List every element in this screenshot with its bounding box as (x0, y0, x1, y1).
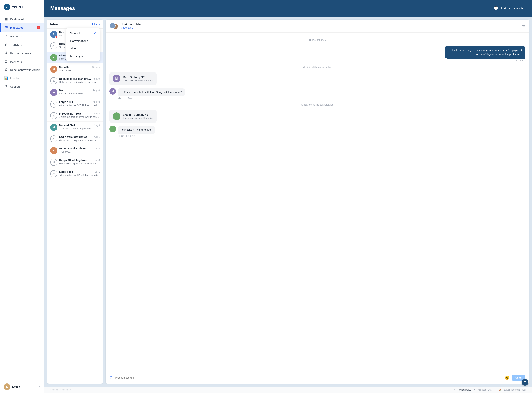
list-item[interactable]: ✉ Introducing - Zelle! Aug 8 Zelle® is a… (47, 110, 103, 122)
logo-text: YourFI (12, 5, 23, 9)
agent-avatar: M (113, 75, 120, 83)
list-item[interactable]: A Anthony and 2 others Jul 24 Thank you! (47, 145, 103, 157)
message-avatar: M (50, 124, 57, 131)
alert-icon: ⚠ (50, 135, 57, 142)
message-time: Sunday (92, 66, 100, 69)
message-sender-name: Mei (59, 89, 63, 92)
list-item[interactable]: ✉ Updates to our loan programs Aug 10 He… (47, 75, 103, 87)
message-time: Aug 10 (93, 89, 100, 92)
message-preview: A transaction for $25.99 has posted to t… (59, 104, 100, 107)
message-sender-name: Anthony and 2 others (59, 147, 86, 150)
message-preview: Glad to help (59, 69, 100, 72)
sidebar-item-zelle[interactable]: $ Send money with Zelle® (0, 66, 44, 74)
help-button[interactable]: ? (522, 379, 528, 386)
chat-avatars (109, 23, 118, 29)
message-time: Aug 6 (94, 136, 100, 138)
incoming-time: Shakti · 11:35 AM (118, 135, 155, 137)
incoming-bubble: Hi Emma. I can help with that. Can you t… (118, 88, 185, 96)
sidebar-item-messages[interactable]: ✉ Messages 3 (0, 23, 44, 32)
dropdown-label-conversations: Conversations (70, 39, 88, 42)
main-content: Messages 💬 Start a conversation Inbox Fi… (44, 0, 532, 393)
dropdown-item-view-all[interactable]: View all ✓ (66, 29, 100, 37)
nav-label-insights: Insights (10, 77, 20, 80)
nav-icon-support: ? (4, 85, 8, 88)
system-message: Mei joined the conversation (109, 66, 525, 69)
emoji-button[interactable]: 🙂 (505, 375, 509, 380)
chat-panel: Shakti and Mei View details 🗑 Tues, Janu… (106, 20, 529, 383)
message-sender-name: Happy 4th of July from… (59, 159, 90, 162)
nav-label-payments: Payments (10, 60, 23, 63)
start-conversation-button[interactable]: 💬 Start a conversation (494, 6, 526, 10)
message-preview: Hello, we are writing to let you know th… (59, 81, 100, 84)
logo-icon: 🏛 (4, 4, 10, 10)
footer-sep-3: • (495, 388, 495, 391)
sidebar-item-insights[interactable]: 📊 Insights ▾ (0, 74, 44, 83)
privacy-policy-link[interactable]: Privacy policy (457, 388, 471, 391)
agent-name: Shakti - Buffalo, NY (123, 113, 153, 116)
message-avatar: A (50, 147, 57, 154)
sidebar-item-payments[interactable]: ⊡ Payments (0, 57, 44, 66)
agent-role: Customer Service Champion (123, 117, 153, 119)
dropdown-item-alerts[interactable]: Alerts (66, 45, 100, 52)
sidebar-item-accounts[interactable]: ↗ Accounts (0, 32, 44, 40)
equal-housing-label: Equal Housing Lender (504, 388, 526, 391)
list-item[interactable]: M Mei Aug 10 You are very welcome. (47, 87, 103, 98)
message-input[interactable] (115, 376, 503, 379)
list-item[interactable]: ⚠ Login from new device Aug 6 We noticed… (47, 133, 103, 145)
message-sender-name: Large debit (59, 101, 73, 103)
message-content: Mei and Shakti Aug 6 Thank you for banki… (59, 124, 100, 130)
dropdown-item-messages[interactable]: Messages (66, 52, 100, 60)
message-time: Aug 8 (94, 112, 100, 115)
chat-header-info: Shakti and Mei View details (120, 23, 520, 29)
message-sender-name: Introducing - Zelle! (59, 112, 82, 115)
sidebar-footer[interactable]: E Emma ▲ (0, 380, 44, 393)
page-footer: ●●●●●●● ●●●●●●●● • Privacy policy • Memb… (44, 387, 532, 393)
alert-icon: ⚠ (50, 170, 57, 177)
sidebar-item-support[interactable]: ? Support (0, 83, 44, 91)
incoming-avatar: S (109, 126, 116, 132)
add-attachment-button[interactable]: ⊕ (109, 375, 113, 380)
sidebar-item-remote-deposits[interactable]: ⬇ Remote deposits (0, 49, 44, 57)
inbox-header: Inbox Filter ▾ View all ✓ Conversations … (47, 20, 103, 29)
incoming-time: Mei · 11:35 AM (118, 97, 185, 100)
chat-header: Shakti and Mei View details 🗑 (106, 20, 529, 33)
message-preview: Thank you for banking with us. (59, 127, 100, 130)
message-content: Updates to our loan programs Aug 10 Hell… (59, 77, 100, 84)
agent-avatar: S (113, 112, 120, 120)
sidebar-item-dashboard[interactable]: ▦ Dashboard (0, 15, 44, 23)
incoming-bubble: I can take it from here, Mei. (118, 126, 155, 134)
list-item[interactable]: ✉ Happy 4th of July from… Jul 3 We at Yo… (47, 157, 103, 168)
chevron-up-icon: ▲ (38, 385, 40, 388)
nav-icon-payments: ⊡ (4, 59, 8, 64)
filter-label: Filter (92, 23, 98, 26)
mail-icon: ✉ (50, 159, 57, 166)
message-preview: Zelle® is a fast and free way to send mo… (59, 116, 100, 118)
list-item[interactable]: M Michelle Sunday Glad to help (47, 64, 103, 75)
check-icon: ✓ (94, 31, 96, 35)
list-item[interactable]: ⚠ Large debit Aug 10 A transaction for $… (47, 98, 103, 110)
page-title: Messages (50, 5, 75, 11)
dropdown-item-conversations[interactable]: Conversations (66, 37, 100, 45)
message-time: Aug 10 (93, 78, 100, 80)
footer-sep-2: • (474, 388, 475, 391)
sidebar-logo: 🏛 YourFI (0, 0, 44, 13)
incoming-avatar: M (109, 88, 116, 95)
chat-avatar-primary (109, 23, 116, 29)
dropdown-label-alerts: Alerts (70, 47, 77, 50)
list-item[interactable]: M Mei and Shakti Aug 6 Thank you for ban… (47, 122, 103, 133)
message-content: Anthony and 2 others Jul 24 Thank you! (59, 147, 100, 153)
sidebar: 🏛 YourFI ▦ Dashboard ✉ Messages 3 ↗ Acco… (0, 0, 44, 393)
compose-icon: 💬 (494, 6, 498, 10)
filter-button[interactable]: Filter ▾ (92, 23, 100, 26)
list-item[interactable]: ⚠ Large debit Jul 1 A transaction for $2… (47, 168, 103, 180)
nav-icon-insights: 📊 (4, 76, 8, 80)
footer-placeholder-1: ●●●●●●● ●●●●●●●● (50, 388, 71, 391)
delete-icon[interactable]: 🗑 (522, 24, 525, 28)
chat-input-area: ⊕ 🙂 Send (106, 372, 529, 383)
sidebar-item-transfers[interactable]: ⇄ Transfers (0, 40, 44, 49)
message-sender-name: Login from new device (59, 135, 87, 138)
footer-sep-1: • (454, 388, 455, 391)
page-header: Messages 💬 Start a conversation (44, 0, 532, 17)
view-details-link[interactable]: View details (120, 26, 133, 29)
dropdown-label-view-all: View all (70, 32, 80, 35)
